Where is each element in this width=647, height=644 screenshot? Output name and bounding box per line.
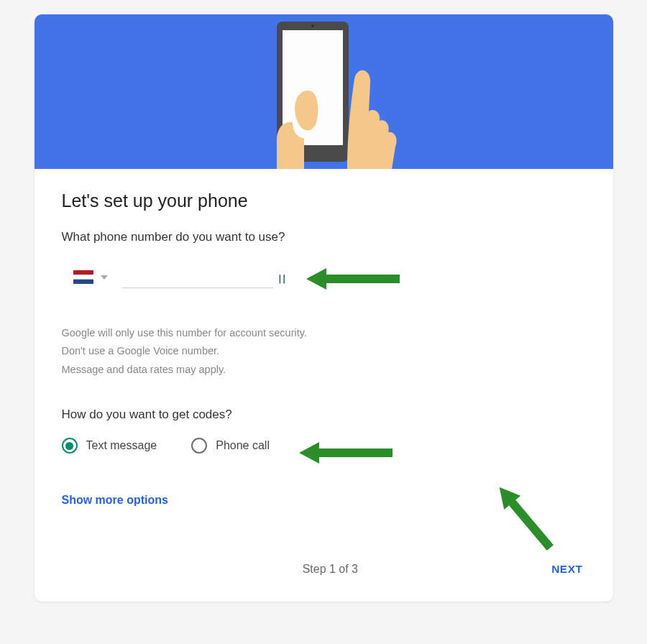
radio-label: Text message bbox=[86, 439, 157, 452]
radio-unselected-icon bbox=[191, 438, 207, 454]
page-title: Let's set up your phone bbox=[62, 190, 586, 211]
codes-prompt: How do you want to get codes? bbox=[62, 408, 586, 422]
helper-text: Google will only use this number for acc… bbox=[62, 324, 586, 379]
annotation-arrow-icon bbox=[299, 435, 400, 471]
svg-rect-5 bbox=[73, 280, 93, 284]
radio-phone-call[interactable]: Phone call bbox=[191, 438, 270, 454]
radio-group: Text message Phone call bbox=[62, 438, 586, 454]
content-area: Let's set up your phone What phone numbe… bbox=[35, 169, 613, 602]
svg-marker-7 bbox=[299, 442, 393, 464]
radio-selected-icon bbox=[62, 438, 78, 454]
show-more-options-link[interactable]: Show more options bbox=[62, 494, 168, 507]
svg-marker-6 bbox=[306, 268, 400, 290]
step-indicator: Step 1 of 3 bbox=[303, 563, 358, 576]
phone-prompt: What phone number do you want to use? bbox=[62, 230, 586, 244]
hero-illustration bbox=[35, 14, 613, 169]
helper-line: Don't use a Google Voice number. bbox=[62, 342, 586, 360]
netherlands-flag-icon bbox=[73, 270, 93, 284]
helper-line: Message and data rates may apply. bbox=[62, 361, 586, 379]
radio-text-message[interactable]: Text message bbox=[62, 438, 157, 454]
radio-label: Phone call bbox=[216, 439, 270, 452]
cursor-icon: |‎| bbox=[277, 273, 286, 284]
next-button[interactable]: NEXT bbox=[549, 557, 585, 581]
country-selector[interactable] bbox=[73, 270, 108, 288]
setup-phone-card: Let's set up your phone What phone numbe… bbox=[35, 14, 613, 602]
annotation-arrow-icon bbox=[478, 471, 572, 564]
footer-row: Step 1 of 3 NEXT bbox=[62, 557, 586, 581]
svg-rect-4 bbox=[73, 275, 93, 279]
svg-marker-8 bbox=[491, 480, 559, 555]
svg-point-2 bbox=[312, 25, 314, 27]
phone-number-input[interactable] bbox=[122, 266, 273, 288]
phone-in-hand-icon bbox=[248, 14, 399, 169]
phone-input-row: |‎| bbox=[62, 266, 586, 288]
annotation-arrow-icon bbox=[306, 261, 407, 297]
chevron-down-icon bbox=[101, 275, 108, 280]
helper-line: Google will only use this number for acc… bbox=[62, 324, 586, 342]
svg-rect-3 bbox=[73, 270, 93, 275]
